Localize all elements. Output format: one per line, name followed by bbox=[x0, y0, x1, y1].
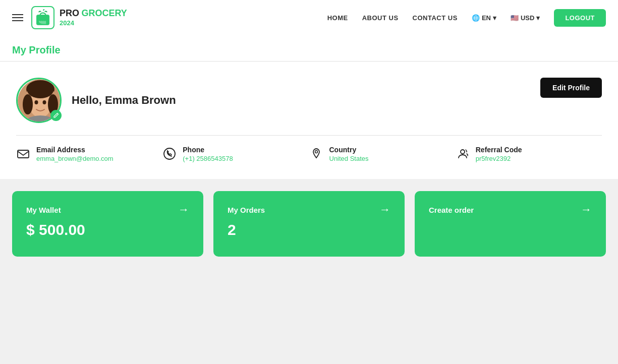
profile-info-row: Email Address emma_brown@demo.com Phone … bbox=[16, 136, 602, 163]
svg-point-9 bbox=[43, 100, 46, 104]
wallet-arrow: → bbox=[178, 203, 189, 216]
country-info-text: Country United States bbox=[329, 146, 369, 162]
header-left: PRO GROCERY 2024 bbox=[12, 6, 127, 29]
logo-brand-name: PRO GROCERY bbox=[60, 8, 127, 19]
nav-about[interactable]: ABOUT US bbox=[362, 14, 399, 22]
svg-point-7 bbox=[27, 82, 53, 98]
nav-home[interactable]: HOME bbox=[327, 14, 348, 22]
logo-year: 2024 bbox=[60, 19, 127, 27]
logout-button[interactable]: LOGOUT bbox=[554, 9, 606, 27]
info-email: Email Address emma_brown@demo.com bbox=[16, 146, 162, 163]
orders-value: 2 bbox=[228, 221, 390, 238]
profile-name: Hello, Emma Brown bbox=[72, 94, 176, 107]
phone-icon bbox=[162, 147, 177, 163]
header: PRO GROCERY 2024 HOME ABOUT US CONTACT U… bbox=[0, 0, 618, 35]
nav-contact[interactable]: CONTACT US bbox=[413, 14, 458, 22]
cards-section: My Wallet → $ 500.00 My Orders → 2 Creat… bbox=[0, 179, 618, 269]
wallet-card[interactable]: My Wallet → $ 500.00 bbox=[12, 191, 203, 257]
create-order-card-header: Create order → bbox=[429, 203, 592, 216]
profile-left: Hello, Emma Brown bbox=[16, 78, 176, 123]
logo: PRO GROCERY 2024 bbox=[31, 6, 127, 29]
currency-selector[interactable]: 🇺🇸 USD ▾ bbox=[511, 14, 540, 22]
create-order-arrow: → bbox=[581, 203, 592, 216]
svg-rect-12 bbox=[18, 150, 29, 158]
svg-point-15 bbox=[461, 150, 465, 154]
orders-title: My Orders bbox=[228, 206, 265, 214]
info-phone: Phone (+1) 2586543578 bbox=[162, 146, 309, 163]
wallet-title: My Wallet bbox=[26, 206, 61, 214]
orders-arrow: → bbox=[379, 203, 390, 216]
svg-point-5 bbox=[23, 94, 33, 114]
svg-rect-11 bbox=[23, 120, 58, 123]
logo-svg bbox=[34, 9, 52, 27]
email-icon bbox=[16, 147, 30, 163]
wallet-value: $ 500.00 bbox=[26, 221, 189, 238]
edit-profile-button[interactable]: Edit Profile bbox=[540, 78, 602, 98]
profile-section: Hello, Emma Brown Edit Profile Email Add… bbox=[0, 62, 618, 179]
language-chevron: ▾ bbox=[493, 14, 496, 22]
page-content: My Profile bbox=[0, 35, 618, 179]
avatar-edit-button[interactable] bbox=[50, 110, 62, 121]
create-order-title: Create order bbox=[429, 206, 474, 214]
language-label: EN bbox=[482, 14, 491, 22]
wallet-card-header: My Wallet → bbox=[26, 203, 189, 216]
footer-background bbox=[0, 269, 618, 344]
main-nav: HOME ABOUT US CONTACT US 🌐 EN ▾ 🇺🇸 USD ▾… bbox=[327, 9, 606, 27]
page-title-section: My Profile bbox=[0, 35, 618, 62]
currency-chevron: ▾ bbox=[536, 14, 540, 22]
location-icon bbox=[309, 147, 323, 163]
info-referral: Referral Code pr5frev2392 bbox=[456, 146, 602, 163]
phone-info-text: Phone (+1) 2586543578 bbox=[183, 146, 233, 162]
page-title: My Profile bbox=[12, 44, 606, 56]
orders-card[interactable]: My Orders → 2 bbox=[213, 191, 405, 257]
avatar-wrap bbox=[16, 78, 62, 123]
hamburger-menu[interactable] bbox=[12, 14, 23, 21]
logo-text: PRO GROCERY 2024 bbox=[60, 8, 127, 27]
referral-info-text: Referral Code pr5frev2392 bbox=[476, 146, 522, 162]
language-selector[interactable]: 🌐 EN ▾ bbox=[472, 14, 496, 22]
currency-flag: 🇺🇸 bbox=[511, 14, 519, 22]
info-country: Country United States bbox=[309, 146, 456, 163]
referral-icon bbox=[456, 147, 470, 163]
language-flag: 🌐 bbox=[472, 14, 480, 22]
currency-label: USD bbox=[521, 14, 534, 22]
svg-point-8 bbox=[35, 100, 38, 104]
logo-icon bbox=[31, 6, 54, 29]
create-order-card[interactable]: Create order → bbox=[415, 191, 606, 257]
edit-pencil-icon bbox=[53, 112, 59, 118]
email-info-text: Email Address emma_brown@demo.com bbox=[36, 146, 114, 162]
orders-card-header: My Orders → bbox=[228, 203, 390, 216]
svg-point-14 bbox=[315, 151, 317, 153]
profile-header: Hello, Emma Brown Edit Profile bbox=[16, 78, 602, 136]
